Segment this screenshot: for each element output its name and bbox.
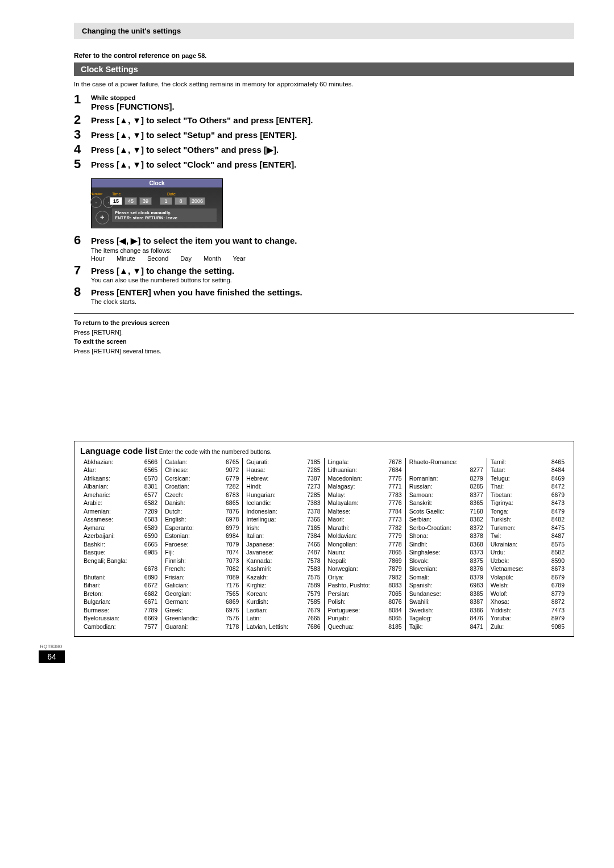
language-name: Korean: (246, 590, 267, 598)
language-code: 6565 (141, 466, 157, 474)
language-name: Nepali: (328, 557, 347, 565)
language-name: Armenian: (84, 507, 111, 515)
language-code: 7265 (304, 466, 320, 474)
clock-settings-title: Clock Settings (74, 62, 574, 76)
language-row: Kirghiz:7589 (246, 581, 320, 589)
language-code: 8076 (385, 598, 401, 606)
step-number: 3 (74, 128, 91, 141)
language-code: 7384 (304, 532, 320, 540)
language-name: Tagalog: (409, 614, 432, 622)
language-code: 8482 (548, 515, 565, 523)
language-name: Slovenian: (409, 565, 437, 573)
language-code: 8479 (548, 507, 565, 515)
language-row: Basque:6985 (84, 548, 157, 556)
language-code: 7773 (385, 515, 401, 523)
language-name: Somali: (409, 573, 429, 581)
return-prev-title: To return to the previous screen (74, 318, 574, 328)
language-code (154, 557, 157, 565)
language-row: Assamese:6583 (84, 515, 157, 523)
clock-message-line2: ENTER: store RETURN: leave (115, 215, 214, 220)
language-code: 8084 (385, 606, 401, 614)
language-row: Maori:7773 (328, 515, 402, 523)
language-code: 8582 (548, 548, 565, 556)
language-code: 6583 (141, 515, 157, 523)
language-code: 8083 (385, 581, 401, 589)
language-code: 6582 (141, 499, 157, 507)
language-row: Scots Gaelic:7168 (409, 507, 483, 515)
language-name: Kannada: (246, 557, 272, 565)
language-code: 6570 (141, 474, 157, 482)
language-row: Latvian, Lettish:7686 (246, 623, 320, 631)
step-number: 6 (74, 234, 91, 247)
language-code: 7487 (304, 548, 320, 556)
language-name: Welsh: (491, 581, 509, 589)
exit-screen-title: To exit the screen (74, 337, 574, 347)
language-name: Interlingua: (246, 515, 276, 523)
language-row: Tibetan:6679 (491, 491, 565, 499)
language-name: Twi: (491, 532, 501, 540)
language-code: 7285 (304, 491, 320, 499)
language-name: Telugu: (491, 474, 510, 482)
language-row: Nauru:7865 (328, 548, 402, 556)
language-row: Aymara:6589 (84, 524, 157, 532)
language-code: 7982 (385, 573, 401, 581)
language-name: Uzbek: (491, 557, 509, 565)
language-row: Greek:6976 (165, 606, 239, 614)
language-name: Bulgarian: (84, 598, 110, 606)
language-row: Turkmen:8475 (491, 524, 565, 532)
language-code: 6984 (222, 532, 239, 540)
language-name: Javanese: (246, 548, 273, 556)
language-name: Sundanese: (409, 590, 441, 598)
language-code: 8575 (548, 540, 565, 548)
language-code: 7465 (304, 540, 320, 548)
enter-return-icon: ✚ (96, 211, 109, 224)
language-name: Malayalam: (328, 499, 359, 507)
language-row: Yiddish:7473 (491, 606, 565, 614)
language-row: Lingala:7678 (328, 458, 402, 466)
language-code: 7865 (385, 548, 401, 556)
language-name: Swedish: (409, 606, 434, 614)
language-name: Macedonian: (328, 474, 362, 482)
language-row: Laotian:7679 (246, 606, 320, 614)
language-row: Chinese:9072 (165, 466, 239, 474)
language-code: 7583 (304, 565, 320, 573)
language-row: Frisian:7089 (165, 573, 239, 581)
language-name: Malagasy: (328, 482, 355, 490)
page-number: 64 (39, 650, 65, 663)
language-row: Swedish:8386 (409, 606, 483, 614)
language-row: English:6978 (165, 515, 239, 523)
language-name: Tigrinya: (491, 499, 513, 507)
language-name: Portuguese: (328, 606, 360, 614)
language-row: Icelandic:7383 (246, 499, 320, 507)
language-row: Slovak:8375 (409, 557, 483, 565)
language-name: Lithuanian: (328, 466, 357, 474)
language-code: 7776 (385, 499, 401, 507)
language-row: Macedonian:7775 (328, 474, 402, 482)
language-row: Spanish:6983 (409, 581, 483, 589)
language-code: 7879 (385, 565, 401, 573)
language-row: Romanian:8279 (409, 474, 483, 482)
language-name: Moldavian: (328, 532, 357, 540)
language-row: Fiji:7074 (165, 548, 239, 556)
language-name: Galician: (165, 581, 188, 589)
language-name: Slovak: (409, 557, 429, 565)
language-code-box: Language code list Enter the code with t… (74, 441, 574, 637)
clock-panel: Clock Number ◦ ◦ ✚ Time Date 15 (91, 178, 223, 228)
language-row: Tamil:8465 (491, 458, 565, 466)
language-name: Catalan: (165, 458, 187, 466)
language-code: 6779 (222, 474, 239, 482)
language-row: Hungarian:7285 (246, 491, 320, 499)
language-code: 7185 (304, 458, 320, 466)
clock-panel-title: Clock (92, 179, 222, 187)
language-code: 6590 (141, 532, 157, 540)
language-code: 7779 (385, 532, 401, 540)
clock-message: Please set clock manually. ENTER: store … (112, 208, 217, 222)
language-code: 6983 (467, 581, 483, 589)
language-code: 6577 (141, 491, 157, 499)
language-code: 7579 (304, 590, 320, 598)
language-row: Azerbaijani:6590 (84, 532, 157, 540)
language-row: Kazakh:7575 (246, 573, 320, 581)
language-code: 6665 (141, 540, 157, 548)
language-code: 8387 (467, 598, 483, 606)
language-name: Faroese: (165, 540, 188, 548)
